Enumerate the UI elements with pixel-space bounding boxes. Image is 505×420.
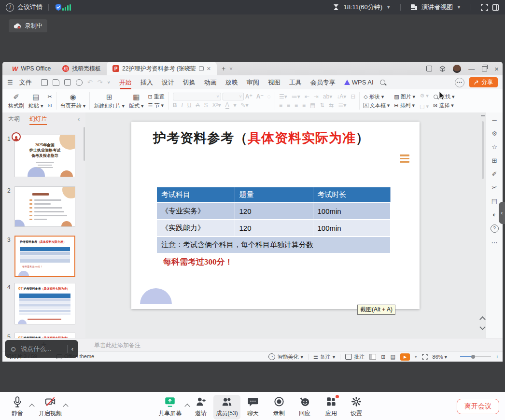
bullet-list-button[interactable]: ☰▾ bbox=[279, 93, 287, 100]
help-icon[interactable]: ? bbox=[491, 224, 499, 233]
highlight-button[interactable]: ✎▾ bbox=[241, 102, 249, 109]
menu-home[interactable]: 开始 bbox=[115, 75, 136, 89]
close-window-icon[interactable]: × bbox=[494, 65, 499, 73]
outdent-button[interactable]: ⇤ bbox=[305, 93, 309, 100]
minimize-icon[interactable]: — bbox=[468, 65, 475, 72]
copy-button[interactable]: ⊡ bbox=[48, 102, 52, 109]
slide-sorter-view-button[interactable]: ⊞ bbox=[381, 354, 385, 360]
font-family-select[interactable]: ˅ bbox=[173, 93, 221, 100]
more-panels-icon[interactable]: ⋯ bbox=[491, 239, 498, 246]
close-tab-icon[interactable]: ✕ bbox=[207, 66, 211, 72]
next-slide-icon[interactable] bbox=[479, 324, 486, 330]
security-shield-icon[interactable] bbox=[55, 3, 62, 11]
thumbnail-scrollbar[interactable] bbox=[84, 127, 85, 161]
shapes-panel-icon[interactable]: ⊞ bbox=[492, 157, 497, 164]
menu-view[interactable]: 视图 bbox=[264, 75, 285, 89]
network-signal-icon[interactable] bbox=[62, 4, 71, 11]
side-panel-icon[interactable] bbox=[492, 4, 499, 11]
align-center-button[interactable]: ≡ bbox=[287, 102, 290, 109]
quickbar-caret-icon[interactable]: ˅ bbox=[107, 80, 110, 85]
fullscreen-icon[interactable] bbox=[481, 4, 488, 11]
shadow-button[interactable]: S bbox=[204, 102, 208, 109]
favorites-icon[interactable]: ☆ bbox=[491, 143, 497, 151]
notes-input[interactable]: 单击此处添加备注 bbox=[94, 338, 140, 352]
meeting-details-button[interactable]: 会议详情 bbox=[17, 3, 42, 12]
paste-button[interactable]: ▤粘贴 ▾ bbox=[28, 93, 43, 110]
format-painter-button[interactable]: ✐格式刷 bbox=[8, 93, 24, 110]
share-button[interactable]: 分享 bbox=[469, 77, 498, 87]
cut-button[interactable]: ✂ bbox=[48, 93, 52, 100]
outline-color-button[interactable]: ▢ ▾ bbox=[420, 103, 429, 110]
recording-badge[interactable]: 录制中 bbox=[9, 19, 47, 32]
tab-list-caret-icon[interactable]: ˅ bbox=[229, 66, 232, 71]
tab-wps-home[interactable]: W WPS Office bbox=[6, 62, 56, 75]
share-screen-button[interactable]: 共享屏幕 bbox=[156, 396, 183, 418]
collapse-chat-icon[interactable]: ‹ bbox=[71, 345, 73, 352]
clear-format-icon[interactable]: ◌ bbox=[267, 93, 271, 100]
zoom-level[interactable]: 86% ▾ bbox=[433, 354, 448, 360]
bold-button[interactable]: B bbox=[173, 102, 177, 109]
view-caret-icon[interactable]: ▼ bbox=[457, 5, 461, 10]
workspace-icon[interactable] bbox=[426, 66, 432, 71]
align-left-button[interactable]: ≡ bbox=[279, 102, 282, 109]
picture-button[interactable]: ▨ 图片 ▾ bbox=[394, 93, 415, 100]
members-button[interactable]: 成员(53) bbox=[213, 395, 240, 420]
tab-docer-template[interactable]: 稻 找稻壳模板 bbox=[56, 62, 107, 75]
menu-slideshow[interactable]: 放映 bbox=[221, 75, 242, 89]
3d-cube-icon[interactable] bbox=[439, 66, 446, 72]
comment-button[interactable]: 批注 bbox=[345, 353, 365, 361]
pinyin-button[interactable]: ab▾ bbox=[323, 93, 332, 100]
paint-panel-icon[interactable]: ✐ bbox=[492, 170, 497, 178]
user-avatar[interactable] bbox=[453, 65, 461, 73]
notes-toggle-button[interactable]: ☰ 备注 ▾ bbox=[313, 353, 335, 361]
assistant-panel-icon[interactable]: ◐ bbox=[492, 211, 496, 218]
reactions-button[interactable]: 回应 bbox=[291, 396, 318, 418]
collapse-rail-icon[interactable]: ─ bbox=[492, 116, 496, 124]
superscript-button[interactable]: X²▾ bbox=[212, 102, 221, 109]
chat-button[interactable]: 聊天 bbox=[239, 396, 267, 418]
text-tool-button[interactable]: ⊟ bbox=[351, 93, 355, 100]
preview-icon[interactable] bbox=[76, 79, 83, 86]
scrollbar-top-handle[interactable] bbox=[481, 115, 485, 116]
slide-thumbnail-2[interactable] bbox=[14, 186, 75, 227]
save-icon[interactable] bbox=[41, 79, 48, 86]
font-size-select[interactable]: ˅ bbox=[223, 93, 244, 100]
reading-view-button[interactable]: ▤ bbox=[391, 354, 395, 360]
more-options-icon[interactable]: ••• bbox=[455, 78, 464, 87]
timer-caret-icon[interactable]: ▼ bbox=[386, 5, 391, 10]
zoom-in-button[interactable]: + bbox=[496, 354, 499, 360]
menu-review[interactable]: 审阅 bbox=[242, 75, 264, 89]
chat-input-placeholder[interactable]: 说点什么... bbox=[21, 345, 51, 353]
zoom-out-button[interactable]: − bbox=[452, 354, 455, 360]
menu-member[interactable]: 会员专享 bbox=[306, 75, 340, 89]
settings-button[interactable]: 设置 bbox=[343, 396, 370, 418]
reset-button[interactable]: ⊡ 重置 bbox=[148, 93, 165, 100]
text-direction-button[interactable]: ↓A▾ bbox=[337, 93, 346, 100]
collapse-panel-icon[interactable]: ‹ bbox=[78, 115, 80, 123]
paragraph-spacing-button[interactable]: ⇆ bbox=[329, 102, 334, 109]
apps-button[interactable]: 应用 bbox=[318, 396, 345, 418]
slide-thumbnail-3-selected[interactable]: 护考资料参考（具体资料实际为准） 每科需考过300分！ bbox=[14, 236, 75, 277]
tab-outline[interactable]: 大纲 bbox=[8, 115, 20, 123]
menu-transition[interactable]: 切换 bbox=[179, 75, 200, 89]
notes-panel-icon[interactable]: ▤ bbox=[491, 197, 497, 205]
search-icon[interactable] bbox=[380, 80, 385, 85]
arrange-button[interactable]: ⊟ 排列 ▾ bbox=[394, 102, 415, 109]
redo-icon[interactable]: ↷ bbox=[98, 79, 103, 86]
font-color-button[interactable]: A bbox=[225, 101, 229, 109]
columns-button[interactable]: ▤ bbox=[310, 102, 315, 109]
fit-to-window-icon[interactable] bbox=[422, 354, 428, 360]
mute-button[interactable]: 静音 bbox=[4, 396, 31, 418]
zoom-slider[interactable] bbox=[460, 356, 491, 357]
menu-wps-ai[interactable]: WPS AI bbox=[340, 75, 378, 89]
view-mode-selector[interactable]: 演讲者视图 bbox=[421, 3, 453, 12]
exam-info-table[interactable]: 考试科目 题量 考试时长 《专业实务》 120 100min 《实践能力》 12… bbox=[157, 187, 391, 253]
quick-chat-overlay[interactable]: ☺ 说点什么... ‹ bbox=[5, 340, 78, 358]
line-spacing-button[interactable]: ⇅ bbox=[320, 102, 324, 109]
zoom-slider-knob[interactable] bbox=[471, 355, 475, 359]
select-button[interactable]: ⊠ 选择 ▾ bbox=[433, 102, 455, 109]
list-more-button[interactable]: ☰▾ bbox=[338, 102, 346, 109]
slideshow-play-button[interactable]: ▶ bbox=[400, 353, 410, 361]
emoji-icon[interactable]: ☺ bbox=[10, 345, 17, 353]
italic-button[interactable]: I bbox=[181, 102, 182, 109]
